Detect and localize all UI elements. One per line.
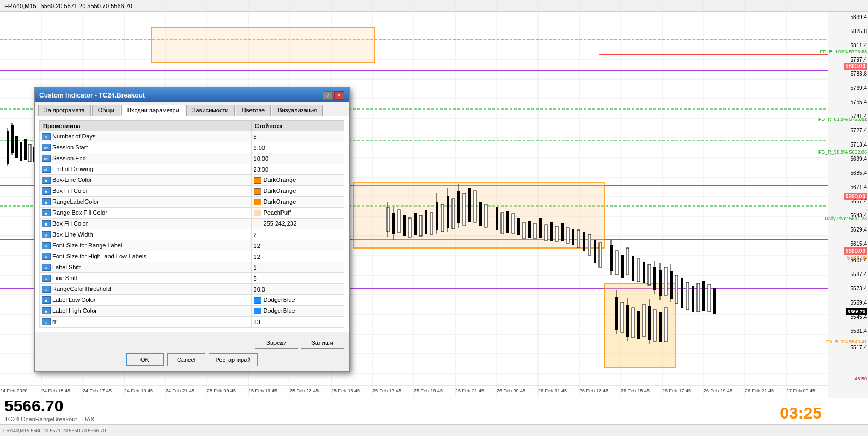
row-icon: # [42,264,51,271]
param-name: ■Label Low Color [40,295,252,306]
tab-colors[interactable]: Цветове [236,105,271,116]
row-icon: ■ [42,307,51,314]
param-name: ■Box Fill Color [40,186,252,197]
param-name: abSession End [40,153,252,164]
custom-indicator-dialog: Custom Indicator - TC24.Breakout ? ✕ За … [34,87,350,372]
row-icon: ab [42,166,51,173]
table-row[interactable]: abSession End10:00 [40,153,344,164]
tab-depends[interactable]: Зависимости [186,105,235,116]
table-row[interactable]: ■Box Fill ColorDarkOrange [40,186,344,197]
tab-inputs[interactable]: Входни параметри [121,105,185,116]
close-button[interactable]: ✕ [334,91,344,100]
param-name: ■Range Box Fill Color [40,208,252,219]
param-value[interactable]: 33 [251,317,344,328]
param-name: #rr [40,317,252,328]
param-value[interactable]: 10:00 [251,153,344,164]
col-variable: Променлива [40,121,252,131]
table-row[interactable]: ■Label High ColorDodgerBlue [40,306,344,317]
color-swatch [254,308,261,314]
tab-visual[interactable]: Визуализация [272,105,323,116]
row-icon: # [42,253,51,260]
param-value[interactable]: DarkOrange [251,186,344,197]
table-row[interactable]: #Font-Size for High- and Low-Labels12 [40,251,344,262]
param-name: ■Label High Color [40,306,252,317]
param-value[interactable]: 255,242,232 [251,219,344,229]
table-row[interactable]: abSession Start9:00 [40,142,344,153]
save-button[interactable]: Запиши [301,337,344,349]
color-swatch [254,199,261,205]
color-swatch [254,221,261,227]
param-value[interactable]: DodgerBlue [251,295,344,306]
row-icon: # [42,133,51,140]
color-swatch [254,297,261,304]
param-name: #Label Shift [40,262,252,273]
modal-overlay: Custom Indicator - TC24.Breakout ? ✕ За … [0,0,868,436]
param-name: #Line Shift [40,273,252,284]
cancel-button[interactable]: Cancel [167,353,205,366]
bottom-buttons: OK Cancel Рестартирай [39,353,344,366]
row-icon: ■ [42,198,51,205]
table-row[interactable]: ■Box-Line ColorDarkOrange [40,175,344,186]
row-icon: # [42,318,51,325]
table-row[interactable]: #rr33 [40,317,344,328]
param-value[interactable]: 2 [251,229,344,240]
table-row[interactable]: #Box-Line Width2 [40,229,344,240]
param-name: #Box-Line Width [40,229,252,240]
param-value[interactable]: DarkOrange [251,197,344,208]
tab-about[interactable]: За програмата [38,105,91,116]
help-button[interactable]: ? [323,91,333,100]
param-value[interactable]: DarkOrange [251,175,344,186]
param-value[interactable]: DodgerBlue [251,306,344,317]
param-value[interactable]: 12 [251,251,344,262]
param-value[interactable]: PeachPuff [251,208,344,219]
row-icon: ■ [42,296,51,304]
table-row[interactable]: ■Box Fill Color255,242,232 [40,219,344,229]
tabs-bar: За програмата Общи Входни параметри Зави… [35,102,349,116]
param-name: ■RangeLabelColor [40,197,252,208]
tab-common[interactable]: Общи [92,105,120,116]
table-row[interactable]: #Number of Days5 [40,131,344,142]
ok-button[interactable]: OK [126,353,164,366]
table-row[interactable]: abEnd of Drawing23:00 [40,164,344,175]
restart-button[interactable]: Рестартирай [209,353,258,366]
param-name: #Font-Size for Range Label [40,240,252,251]
table-row[interactable]: #Label Shift1 [40,262,344,273]
row-icon: ab [42,155,51,162]
row-icon: # [42,286,51,293]
param-name: #RangeColorThreshold [40,284,252,295]
table-row[interactable]: ■Label Low ColorDodgerBlue [40,295,344,306]
row-icon: # [42,242,51,249]
param-value[interactable]: 30.0 [251,284,344,295]
row-icon: ■ [42,220,51,227]
param-value[interactable]: 5 [251,131,344,142]
color-swatch [254,177,261,184]
dialog-footer: Зареди Запиши OK Cancel Рестартирай [35,332,349,371]
row-icon: ab [42,144,51,151]
param-name: ■Box Fill Color [40,219,252,229]
row-icon: # [42,275,51,282]
param-value[interactable]: 1 [251,262,344,273]
param-value[interactable]: 12 [251,240,344,251]
table-row[interactable]: ■RangeLabelColorDarkOrange [40,197,344,208]
param-name: #Font-Size for High- and Low-Labels [40,251,252,262]
dialog-body: Променлива Стойност #Number of Days5abSe… [35,116,349,332]
dialog-title-buttons: ? ✕ [323,91,344,100]
dialog-title-bar: Custom Indicator - TC24.Breakout ? ✕ [35,88,349,102]
param-name: #Number of Days [40,131,252,142]
row-icon: # [42,231,51,238]
param-value[interactable]: 5 [251,273,344,284]
load-button[interactable]: Зареди [255,337,298,349]
param-name: abSession Start [40,142,252,153]
row-icon: ■ [42,209,51,216]
param-value[interactable]: 23:00 [251,164,344,175]
col-value: Стойност [251,121,344,131]
table-row[interactable]: #Font-Size for Range Label12 [40,240,344,251]
param-name: ■Box-Line Color [40,175,252,186]
row-icon: ■ [42,177,51,184]
row-icon: ■ [42,187,51,195]
table-row[interactable]: ■Range Box Fill ColorPeachPuff [40,208,344,219]
param-value[interactable]: 9:00 [251,142,344,153]
table-row[interactable]: #RangeColorThreshold30.0 [40,284,344,295]
table-row[interactable]: #Line Shift5 [40,273,344,284]
dialog-title: Custom Indicator - TC24.Breakout [39,92,145,99]
